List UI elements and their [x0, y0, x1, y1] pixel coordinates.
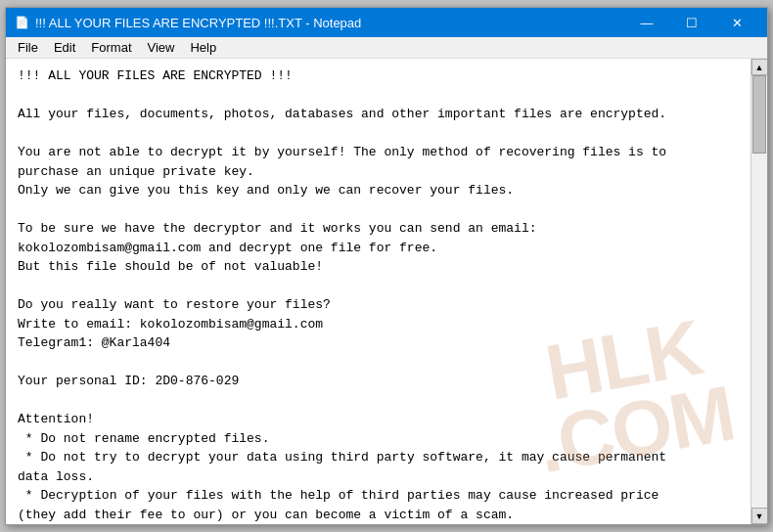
scrollbar-track	[751, 75, 767, 508]
title-bar: 📄 !!! ALL YOUR FILES ARE ENCRYPTED !!!.T…	[6, 8, 767, 37]
scroll-down-button[interactable]: ▼	[751, 508, 768, 524]
menu-edit[interactable]: Edit	[46, 38, 83, 57]
scroll-up-button[interactable]: ▲	[751, 59, 768, 75]
menu-bar: File Edit Format View Help	[6, 37, 767, 59]
menu-format[interactable]: Format	[83, 38, 139, 57]
scrollbar-thumb[interactable]	[752, 75, 766, 154]
text-editor[interactable]: !!! ALL YOUR FILES ARE ENCRYPTED !!! All…	[6, 59, 750, 524]
close-button[interactable]: ✕	[714, 8, 759, 37]
window-icon: 📄	[14, 15, 29, 30]
content-area: !!! ALL YOUR FILES ARE ENCRYPTED !!! All…	[6, 59, 767, 524]
minimize-button[interactable]: —	[624, 8, 669, 37]
menu-view[interactable]: View	[140, 38, 183, 57]
window-title: !!! ALL YOUR FILES ARE ENCRYPTED !!!.TXT…	[35, 16, 624, 30]
menu-file[interactable]: File	[10, 38, 46, 57]
scrollbar: ▲ ▼	[750, 59, 767, 524]
menu-help[interactable]: Help	[182, 38, 224, 57]
window-controls: — ☐ ✕	[624, 8, 759, 37]
notepad-window: 📄 !!! ALL YOUR FILES ARE ENCRYPTED !!!.T…	[5, 7, 768, 525]
maximize-button[interactable]: ☐	[669, 8, 714, 37]
